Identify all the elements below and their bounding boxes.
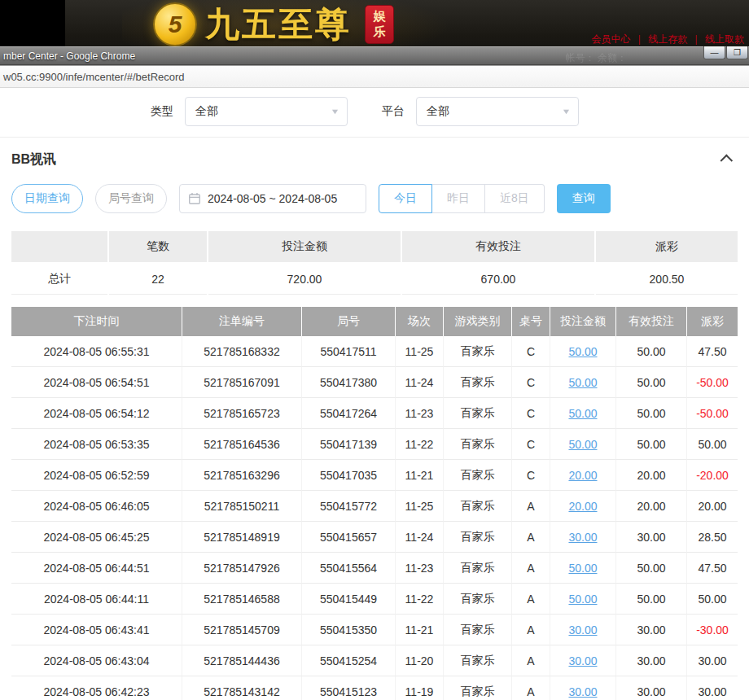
cell-session: 11-24 [396,367,444,398]
table-row: 2024-08-05 06:44:51521785147926550415564… [11,553,738,584]
cell-bet-time: 2024-08-05 06:53:35 [11,429,182,460]
minimize-button[interactable]: — [703,46,725,59]
cell-order-number: 521785165723 [182,398,302,429]
browser-addressbar[interactable]: w05.cc:9900/infe/mcenter/#/betRecord [0,65,749,88]
bet-table: 下注时间 注单编号 局号 场次 游戏类别 桌号 投注金额 有效投注 派彩 202… [11,307,738,700]
table-row: 2024-08-05 06:43:41521785145709550415350… [11,615,738,645]
cell-bet-time: 2024-08-05 06:46:05 [11,491,182,522]
last-8-days-button[interactable]: 近8日 [485,184,545,213]
bet-amount-link[interactable]: 50.00 [550,367,616,398]
cell-order-number: 521785167091 [182,367,302,398]
section-title: BB视讯 [11,151,56,168]
screen: 5 九五至尊 娱 乐 会员中心 ｜ 线上存款 ｜ 线上取款 帐号： 余额： mb… [0,0,749,700]
type-select-value: 全部 [195,104,218,119]
cell-game-type: 百家乐 [444,429,512,460]
bet-amount-link[interactable]: 20.00 [550,491,616,522]
bet-amount-link[interactable]: 50.00 [550,584,616,615]
cell-table-number: C [512,336,550,367]
cell-session: 11-19 [396,676,444,700]
summary-header-count: 笔数 [109,231,207,262]
cell-session: 11-22 [396,584,444,615]
cell-game-type: 百家乐 [444,336,512,367]
cell-game-type: 百家乐 [444,584,512,615]
cell-payout: 30.00 [687,645,738,676]
maximize-button[interactable]: ❐ [726,46,748,59]
cell-valid-bet: 50.00 [616,429,687,460]
summary-payout: 200.50 [596,264,738,295]
cell-table-number: C [512,429,550,460]
url-text[interactable]: w05.cc:9900/infe/mcenter/#/betRecord [3,71,185,83]
cell-bet-time: 2024-08-05 06:43:41 [11,615,182,645]
today-button[interactable]: 今日 [379,184,432,213]
summary-table: 笔数 投注金额 有效投注 派彩 总计 22 720.00 670.00 200.… [11,231,738,295]
cell-round-number: 550415772 [302,491,396,522]
badge-char-bottom: 乐 [374,24,386,40]
site-header: 5 九五至尊 娱 乐 会员中心 ｜ 线上存款 ｜ 线上取款 帐号： 余额： mb… [0,0,749,65]
cell-payout: 28.50 [687,522,738,553]
summary-header-bet-amount: 投注金额 [208,231,401,262]
round-query-button[interactable]: 局号查询 [95,184,167,213]
table-row: 2024-08-05 06:46:05521785150211550415772… [11,491,738,522]
bet-amount-link[interactable]: 50.00 [550,429,616,460]
cell-session: 11-21 [396,460,444,491]
type-select[interactable]: 全部 ▼ [185,97,348,126]
cell-game-type: 百家乐 [444,645,512,676]
toolbar: 日期查询 局号查询 2024-08-05 ~ 2024-08-05 今日 昨日 … [11,184,738,213]
cell-round-number: 550417035 [302,460,396,491]
cell-payout: -50.00 [687,367,738,398]
cell-game-type: 百家乐 [444,491,512,522]
bet-table-header: 下注时间 注单编号 局号 场次 游戏类别 桌号 投注金额 有效投注 派彩 [11,307,738,336]
bet-amount-link[interactable]: 30.00 [550,676,616,700]
cell-table-number: C [512,460,550,491]
platform-select[interactable]: 全部 ▼ [416,97,579,126]
table-row: 2024-08-05 06:52:59521785163296550417035… [11,460,738,491]
search-button[interactable]: 查询 [557,184,611,213]
cell-bet-time: 2024-08-05 06:43:04 [11,645,182,676]
nav-online-withdraw-link[interactable]: 线上取款 [705,33,744,46]
site-logo: 5 九五至尊 娱 乐 [153,1,394,48]
logo-badge: 娱 乐 [365,5,394,44]
yesterday-button[interactable]: 昨日 [432,184,485,213]
bet-amount-link[interactable]: 20.00 [550,460,616,491]
bet-table-body: 2024-08-05 06:55:31521785168332550417511… [11,336,738,700]
bet-amount-link[interactable]: 30.00 [550,615,616,645]
chevron-up-icon [720,154,733,167]
badge-char-top: 娱 [374,9,386,24]
cell-valid-bet: 50.00 [616,584,687,615]
cell-payout: 30.00 [687,676,738,700]
bet-amount-link[interactable]: 50.00 [550,398,616,429]
bet-amount-link[interactable]: 30.00 [550,645,616,676]
coin-logo-icon: 5 [153,2,197,46]
cell-game-type: 百家乐 [444,398,512,429]
date-range-input[interactable]: 2024-08-05 ~ 2024-08-05 [179,184,366,213]
date-range-value: 2024-08-05 ~ 2024-08-05 [208,192,337,205]
cell-order-number: 521785146588 [182,584,302,615]
platform-label: 平台 [382,104,405,119]
cell-session: 11-20 [396,645,444,676]
cell-order-number: 521785143142 [182,676,302,700]
bet-amount-link[interactable]: 50.00 [550,336,616,367]
cell-session: 11-23 [396,553,444,584]
nav-online-deposit-link[interactable]: 线上存款 [648,33,687,46]
cell-order-number: 521785150211 [182,491,302,522]
cell-round-number: 550415449 [302,584,396,615]
cell-session: 11-25 [396,336,444,367]
cell-bet-time: 2024-08-05 06:55:31 [11,336,182,367]
cell-valid-bet: 20.00 [616,460,687,491]
bet-amount-link[interactable]: 30.00 [550,522,616,553]
collapse-toggle[interactable] [715,154,733,167]
th-order-number: 注单编号 [182,307,302,336]
nav-member-center-link[interactable]: 会员中心 [591,33,630,46]
cell-game-type: 百家乐 [444,553,512,584]
window-controls: — ❐ [703,46,748,59]
date-query-button[interactable]: 日期查询 [11,184,83,213]
cell-valid-bet: 50.00 [616,336,687,367]
cell-order-number: 521785144436 [182,645,302,676]
cell-table-number: A [512,553,550,584]
cell-table-number: A [512,645,550,676]
top-nav: 会员中心 ｜ 线上存款 ｜ 线上取款 [591,33,744,46]
bet-amount-link[interactable]: 50.00 [550,553,616,584]
quick-range-group: 今日 昨日 近8日 [379,184,545,213]
cell-bet-time: 2024-08-05 06:54:51 [11,367,182,398]
cell-round-number: 550417511 [302,336,396,367]
